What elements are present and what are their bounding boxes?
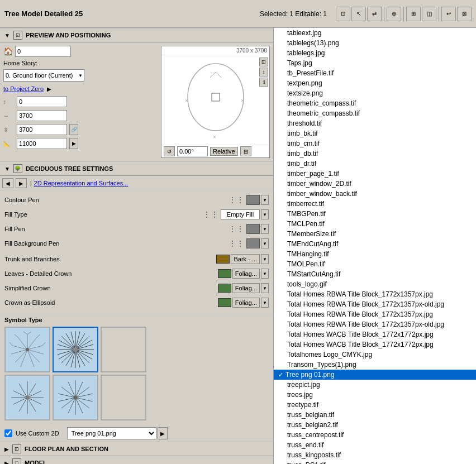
contour-pen-control[interactable]: ▼ [246,195,269,205]
file-list-item[interactable]: Total Homes WACB Title Block_1772x1772px… [274,329,476,339]
file-list-item[interactable]: truss_PC1.tif [274,460,476,464]
file-list-item[interactable]: tools_logo.gif [274,279,476,289]
home-story-dropdown[interactable]: 0. Ground floor (Current) [3,69,84,82]
file-list-item[interactable]: threshold.tif [274,118,476,128]
file-list-item[interactable]: timber_window_back.tif [274,189,476,199]
custom2d-checkbox[interactable] [4,429,12,437]
preview-tool-2[interactable]: ↕ [259,68,268,76]
preview-tool-3[interactable]: ℹ [259,78,268,87]
file-list-item[interactable]: TMemberSize.tif [274,229,476,239]
leaves-control[interactable]: Foliag... ▼ [218,269,269,279]
symbol-1[interactable] [4,327,50,372]
rotation-input[interactable] [177,146,208,156]
fill-type-dots-icon[interactable]: ⋮⋮ [203,210,218,219]
file-list-item[interactable]: trees.jpg [274,390,476,400]
file-list-item[interactable]: TMOLPen.tif [274,259,476,269]
toolbar-btn-7[interactable]: ↩ [441,7,456,21]
leaves-arrow-btn[interactable]: ▼ [261,269,269,279]
file-list-item[interactable]: TMHanging.tif [274,249,476,259]
file-list-item[interactable]: timb_cm.tif [274,138,476,149]
file-list-item[interactable]: timber_page_1.tif [274,169,476,179]
file-list-item[interactable]: timber_window_2D.tif [274,179,476,189]
preview-tool-1[interactable]: ⊡ [259,58,268,66]
file-list-item[interactable]: theometric_compass.tif [274,98,476,108]
nav-label[interactable]: 2D Representation and Surfaces... [34,180,128,186]
fill-pen-arrow-btn[interactable]: ▼ [261,224,269,234]
file-list-item[interactable]: timberrect.tif [274,199,476,209]
file-list-item[interactable]: truss_end.tif [274,440,476,450]
file-list-item[interactable]: Total Homes RBWA Title Block_1772x1357px… [274,309,476,319]
fill-type-arrow-btn[interactable]: ▼ [261,209,269,219]
file-list-item[interactable]: TMStartCutAng.tif [274,269,476,279]
file-list-item[interactable]: treetype.tif [274,400,476,410]
png-selector[interactable]: Tree png 01.png ▶ [67,427,168,439]
file-list-item[interactable]: tableext.jpg [274,28,476,38]
file-list-item[interactable]: Total Homes RBWA Title Block_1772x1357px… [274,319,476,329]
ellipsoid-dropdown-btn[interactable]: Foliag... [232,298,260,308]
symbol-3[interactable] [101,327,146,372]
file-list-item[interactable]: Transom_Types(1).png [274,360,476,370]
deciduous-header[interactable]: ▼ 🌳 DECIDUOUS TREE SETTINGS [0,161,273,176]
file-list-item[interactable]: TMEndCutAng.tif [274,239,476,249]
toolbar-btn-3[interactable]: ⇄ [367,7,382,21]
ellipsoid-control[interactable]: Foliag... ▼ [218,298,269,308]
simplified-control[interactable]: Foliag... ▼ [218,283,269,293]
file-list-item[interactable]: TMBGPen.tif [274,209,476,219]
png-next-btn[interactable]: ▶ [158,427,168,439]
file-list-item[interactable]: Totalhomes Logo_CMYK.jpg [274,350,476,360]
simplified-dropdown-btn[interactable]: Foliag... [232,283,260,293]
file-list-item[interactable]: Total Homes RBWA Title Block_1772x1357px… [274,289,476,299]
relative-btn[interactable]: Relative [210,147,238,156]
toolbar-btn-8[interactable]: ⊠ [457,7,472,21]
ellipsoid-arrow-btn[interactable]: ▼ [261,298,269,308]
depth-arrow-btn[interactable]: ▶ [69,138,78,149]
fill-bg-arrow-btn[interactable]: ▼ [261,238,269,248]
preview-header[interactable]: ▼ ⊡ PREVIEW AND POSITIONING [0,28,273,42]
floor-plan-header[interactable]: ▶ ⊡ FLOOR PLAN AND SECTION [0,442,273,456]
file-list-item[interactable]: theometric_compassb.tif [274,108,476,118]
model-header[interactable]: ▶ □ MODEL [0,456,273,464]
toolbar-btn-5[interactable]: ⊞ [406,7,421,21]
height-input[interactable] [17,124,67,135]
png-dropdown[interactable]: Tree png 01.png [67,427,156,439]
symbol-2[interactable] [53,327,98,372]
height-link-btn[interactable]: 🔗 [69,124,78,135]
fill-type-control[interactable]: Empty Fill ▼ [221,209,269,219]
file-list-item[interactable]: TMCLPen.tif [274,219,476,229]
symbol-5[interactable] [53,375,98,420]
trunk-dropdown-btn[interactable]: Bark - ... [231,254,260,264]
file-list-item[interactable]: truss_belgian2.tif [274,420,476,430]
toolbar-btn-6[interactable]: ◫ [422,7,436,21]
file-list-item[interactable]: Taps.jpg [274,58,476,68]
leaves-dropdown-btn[interactable]: Foliag... [232,269,260,279]
file-list-item[interactable]: timb_dr.tif [274,159,476,169]
nav-prev-btn[interactable]: ◀ [2,178,13,188]
file-list-item[interactable]: timb_bk.tif [274,128,476,138]
symbol-4[interactable] [4,375,50,420]
fill-bg-dots-icon[interactable]: ⋮⋮ [229,239,244,248]
mirror-btn[interactable]: ⊟ [240,146,251,156]
fill-pen-control[interactable]: ▼ [246,224,269,234]
file-list-item[interactable]: ✓Tree png 01.png [274,370,476,380]
file-list-item[interactable]: textsize.png [274,88,476,98]
fill-type-box[interactable]: Empty Fill [221,209,260,219]
file-list-item[interactable]: Total Homes RBWA Title Block_1772x1357px… [274,299,476,309]
toolbar-btn-1[interactable]: ⊡ [336,7,350,21]
fill-pen-dots-icon[interactable]: ⋮⋮ [229,224,244,233]
file-list-item[interactable]: textpen.png [274,78,476,88]
fill-bg-control[interactable]: ▼ [246,238,269,248]
simplified-arrow-btn[interactable]: ▼ [261,283,269,293]
elevation-input[interactable] [15,46,71,57]
contour-dots-icon[interactable]: ⋮⋮ [229,195,244,204]
file-list-item[interactable]: truss_kingposts.tif [274,450,476,460]
depth-input[interactable] [17,138,67,149]
trunk-arrow-btn[interactable]: ▼ [261,254,269,264]
file-list-item[interactable]: treepict.jpg [274,380,476,390]
trunk-control[interactable]: Bark - ... ▼ [216,254,269,264]
rotate-icon-btn[interactable]: ↺ [164,146,175,156]
file-list-item[interactable]: timb_db.tif [274,149,476,159]
toolbar-btn-4[interactable]: ⊕ [387,7,401,21]
file-list-item[interactable]: tablelegs(13).png [274,38,476,48]
symbol-6[interactable] [101,375,146,420]
file-list-item[interactable]: Total Homes WACB Title Block_1772x1772px… [274,339,476,350]
